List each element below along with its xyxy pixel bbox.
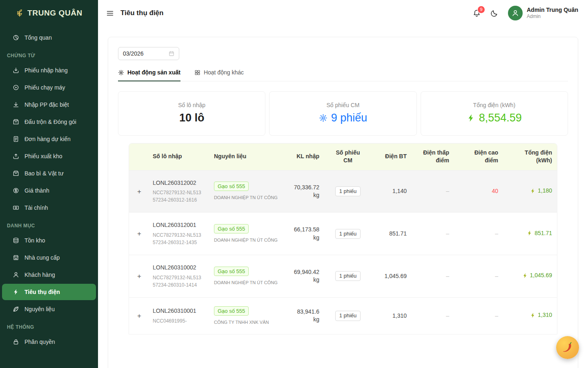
shop-icon (13, 254, 19, 261)
lot-code[interactable]: LONL260310002 (153, 264, 203, 272)
tab-hoat-dong-san-xuat[interactable]: Hoạt động sản xuất (118, 69, 180, 81)
sidebar-item-phieu-chay-may[interactable]: Phiếu chạy máy (2, 79, 96, 96)
dien-thap-diem-cell: – (412, 297, 455, 334)
stat-cards: Số lô nhập 10 lô Số phiếu CM 9 phiếu Tổn… (118, 91, 568, 136)
lot-code[interactable]: LONL260312001 (153, 221, 203, 229)
user-role: Admin (527, 13, 578, 20)
theme-toggle-button[interactable] (490, 9, 498, 17)
sidebar-item-label: Tổng quan (24, 34, 52, 41)
sidebar-item-tieu-thu-dien[interactable]: Tiêu thụ điện (2, 284, 96, 300)
stat-tong-dien: Tổng điện (kWh) 8,554.59 (421, 91, 568, 136)
leaf-icon (13, 306, 19, 312)
dien-bt-cell: 851.71 (371, 213, 412, 255)
dien-thap-diem-cell: – (412, 170, 455, 213)
supplier-name: DOANH NGHIỆP TN ÚT CÔNG (214, 237, 278, 244)
table-row: LONL260310001 NCC04691995- Gạo số 555 CÔ… (129, 297, 557, 334)
column-header: Điện thấp điểm (412, 144, 455, 171)
lot-cell: LONL260312002 NCC78279132-NL51357234-260… (147, 170, 208, 213)
cm-count-badge[interactable]: 1 phiếu (335, 186, 361, 196)
cm-cell: 1 phiếu (325, 255, 371, 298)
lock-icon (13, 339, 19, 345)
sidebar-item-label: Nguyên liệu (24, 306, 55, 312)
bolt-icon (527, 230, 532, 236)
app-logo: TRUNG QUÂN (0, 0, 98, 26)
sidebar-item-ton-kho[interactable]: Tồn kho (2, 232, 96, 249)
notification-badge: 9 (478, 6, 485, 13)
sidebar-section-chung-tu: CHỨNG TỪ (0, 47, 98, 61)
user-icon (512, 9, 519, 17)
stat-label: Số lô nhập (125, 102, 258, 108)
tab-label: Hoạt động sản xuất (127, 69, 180, 76)
sidebar-section-he-thong: HỆ THỐNG (0, 318, 98, 333)
expand-row-button[interactable] (135, 272, 144, 280)
calendar-icon (169, 51, 174, 56)
topbar: Tiêu thụ điện 9 Admin Trung Quân Admin (98, 0, 588, 26)
notifications-button[interactable]: 9 (473, 9, 481, 17)
sidebar-item-label: Đấu trộn & Đóng gói (24, 119, 76, 125)
gear-icon (319, 114, 327, 122)
expand-column-header (129, 144, 147, 171)
sidebar-item-nhap-pp-dac-biet[interactable]: Nhập PP đặc biệt (2, 96, 96, 113)
sidebar: TRUNG QUÂN Tổng quan CHỨNG TỪ Phiếu nhập… (0, 0, 98, 368)
lot-code[interactable]: LONL260310001 (153, 307, 203, 315)
database-icon (13, 237, 19, 244)
sidebar-item-tong-quan[interactable]: Tổng quan (2, 29, 96, 46)
sidebar-item-dau-tron-dong-goi[interactable]: Đấu trộn & Đóng gói (2, 114, 96, 130)
sidebar-section-danh-muc: DANH MỤC (0, 217, 98, 231)
tong-dien-cell: 1,045.69 (504, 255, 557, 298)
sidebar-item-label: Phiếu chạy máy (24, 84, 65, 91)
weight-cell: 69,940.42 kg (284, 255, 325, 298)
floating-action-button[interactable] (556, 336, 579, 359)
tab-hoat-dong-khac[interactable]: Hoạt động khác (194, 69, 244, 81)
sidebar-item-phan-quyen[interactable]: Phân quyền (2, 334, 96, 350)
cm-count-badge[interactable]: 1 phiếu (335, 229, 361, 239)
bolt-icon (522, 273, 528, 278)
cm-count-badge[interactable]: 1 phiếu (335, 311, 361, 321)
tong-dien-cell: 851.71 (504, 213, 557, 255)
grid-icon (194, 70, 200, 76)
user-icon (13, 272, 19, 278)
material-tag: Gạo số 555 (214, 224, 249, 233)
document-icon (13, 136, 19, 142)
stat-value: 9 phiếu (276, 112, 410, 124)
dollar-icon (13, 187, 19, 194)
lot-cell: LONL260312001 NCC78279132-NL51357234-260… (147, 213, 208, 255)
sidebar-item-tai-chinh[interactable]: Tài chính (2, 200, 96, 216)
sidebar-item-nha-cung-cap[interactable]: Nhà cung cấp (2, 249, 96, 266)
sidebar-item-bao-bi-vat-tu[interactable]: Bao bì & Vật tư (2, 165, 96, 182)
sidebar-item-nguyen-lieu[interactable]: Nguyên liệu (2, 301, 96, 317)
expand-row-button[interactable] (135, 311, 144, 320)
inbox-in-icon (13, 67, 19, 74)
user-meta: Admin Trung Quân Admin (527, 7, 578, 20)
stat-so-lo-nhap: Số lô nhập 10 lô (118, 91, 265, 136)
column-header: Điện BT (371, 144, 412, 171)
table-header-row: Số lô nhập Nguyên liệu KL nhập Số phiếu … (129, 144, 557, 171)
dien-thap-diem-cell: – (412, 213, 455, 255)
supplier-name: DOANH NGHIỆP TN ÚT CÔNG (214, 279, 278, 286)
lot-cell: LONL260310001 NCC04691995- (147, 297, 208, 334)
sidebar-item-gia-thanh[interactable]: Giá thành (2, 182, 96, 199)
column-header: KL nhập (284, 144, 325, 171)
month-picker-value: 03/2026 (123, 50, 165, 57)
hamburger-icon (106, 9, 114, 17)
play-circle-icon (13, 84, 19, 91)
sidebar-item-phieu-nhap-hang[interactable]: Phiếu nhập hàng (2, 62, 96, 79)
content: 03/2026 Hoạt động sản xuất Hoạt động khá… (98, 26, 588, 368)
expand-row-button[interactable] (135, 229, 144, 238)
expand-row-button[interactable] (135, 187, 144, 196)
cm-count-badge[interactable]: 1 phiếu (335, 271, 361, 281)
sidebar-item-label: Đơn hàng dự kiến (24, 136, 71, 142)
sidebar-item-label: Nhập PP đặc biệt (24, 101, 69, 108)
user-menu[interactable]: Admin Trung Quân Admin (508, 6, 578, 20)
sidebar-item-khach-hang[interactable]: Khách hàng (2, 267, 96, 283)
lot-code[interactable]: LONL260312002 (153, 179, 203, 187)
sidebar-item-phieu-xuat-kho[interactable]: Phiếu xuất kho (2, 148, 96, 164)
main-card: 03/2026 Hoạt động sản xuất Hoạt động khá… (108, 37, 578, 368)
month-picker[interactable]: 03/2026 (118, 47, 179, 60)
sidebar-item-don-hang-du-kien[interactable]: Đơn hàng dự kiến (2, 131, 96, 147)
stat-so-phieu-cm: Số phiếu CM 9 phiếu (269, 91, 416, 136)
menu-toggle-button[interactable] (106, 9, 114, 17)
supplier-name: CÔNG TY TNHH XNK VÂN (214, 319, 278, 326)
tabs: Hoạt động sản xuất Hoạt động khác (118, 69, 568, 81)
weight-cell: 66,173.58 kg (284, 213, 325, 255)
